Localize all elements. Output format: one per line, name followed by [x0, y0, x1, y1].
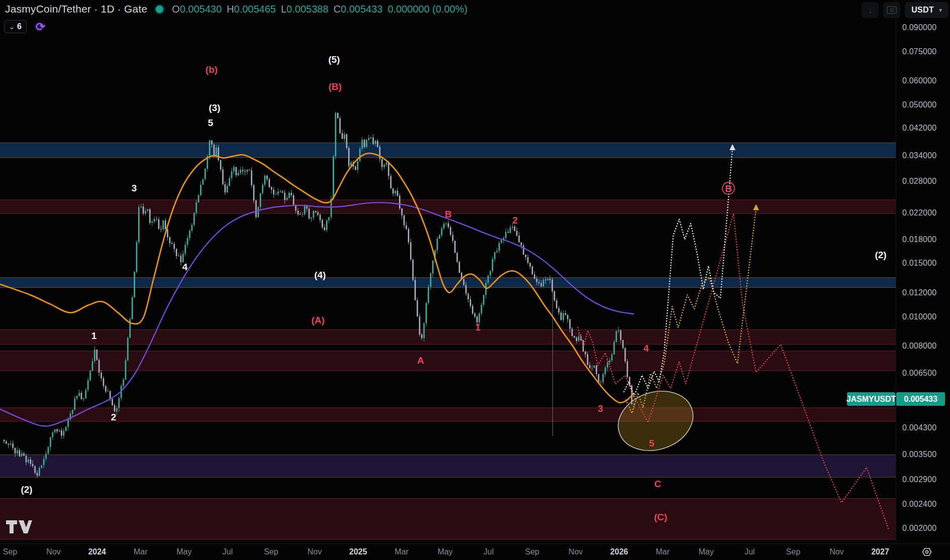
close-value: 0.005433 [341, 4, 382, 15]
time-tick-label: Mar [656, 547, 670, 556]
wave-label[interactable]: 5 [649, 438, 655, 449]
wave-label[interactable]: B [725, 183, 732, 194]
chart-window: 12345(3)(5)(4)(2)(2)(b)(B)(A)AB12345C(C)… [0, 0, 950, 560]
top-right-toolbar: ↓ USDT ▾ [862, 2, 948, 18]
price-tick-label: 0.002400 [902, 500, 936, 509]
price-tick-label: 0.034000 [902, 151, 936, 160]
wave-label[interactable]: (5) [328, 54, 340, 65]
sync-icon[interactable]: ⟳ [36, 21, 45, 33]
zone-demand-3[interactable] [0, 408, 896, 421]
last-price-tag: 0.005433 [896, 392, 945, 406]
time-tick-label: Jul [223, 547, 233, 556]
time-tick-label: Nov [46, 547, 60, 556]
wave-label[interactable]: (2) [875, 250, 886, 260]
last-price-row: JASMYUSDT 0.005433 [0, 392, 950, 406]
download-icon: ↓ [868, 5, 873, 16]
zone-demand-2[interactable] [0, 351, 896, 371]
time-tick-label: 2027 [871, 547, 889, 556]
wave-label[interactable]: 2 [111, 412, 117, 422]
drawing-toolbar: ⌄ 6 ⟳ [4, 20, 45, 33]
price-tick-label: 0.042000 [902, 124, 936, 133]
time-tick-label: Sep [3, 547, 17, 556]
price-tick-label: 0.022000 [902, 208, 936, 217]
price-tick-label: 0.006500 [902, 369, 936, 378]
wave-label[interactable]: (b) [205, 64, 218, 75]
time-tick-label: Jul [483, 547, 493, 556]
wave-label[interactable]: (B) [329, 81, 342, 92]
high-label: H [227, 4, 234, 15]
object-count: 6 [17, 22, 22, 31]
ohlc-readout: O0.005430 H0.005465 L0.005388 C0.005433 … [172, 4, 467, 15]
price-tick-label: 0.050000 [902, 100, 936, 109]
zone-accumulation[interactable] [0, 455, 896, 477]
low-value: 0.005388 [286, 4, 328, 15]
time-tick-label: May [176, 547, 191, 556]
chevron-down-icon: ▾ [939, 7, 942, 14]
time-tick-label: 2026 [610, 547, 628, 556]
price-tick-label: 0.028000 [902, 177, 936, 186]
wave-label[interactable]: 1 [91, 330, 97, 341]
time-tick-label: Nov [569, 547, 583, 556]
time-tick-label: May [438, 547, 453, 556]
zone-demand-4[interactable] [0, 499, 896, 539]
close-label: C [334, 4, 341, 15]
price-axis[interactable]: 0.0900000.0750000.0600000.0500000.042000… [896, 0, 950, 543]
wave-label[interactable]: A [417, 355, 424, 366]
wave-label[interactable]: 3 [132, 183, 137, 193]
time-tick-label: Nov [829, 547, 843, 556]
wave-label[interactable]: C [654, 479, 661, 489]
price-tick-label: 0.008000 [902, 342, 936, 351]
currency-dropdown[interactable]: USDT ▾ [905, 2, 948, 18]
zone-demand-1[interactable] [0, 329, 896, 344]
price-tick-label: 0.012000 [902, 288, 936, 297]
download-button[interactable]: ↓ [862, 2, 879, 18]
time-tick-label: Mar [395, 547, 409, 556]
symbol-title[interactable]: JasmyCoin/Tether · 1D · Gate [5, 3, 147, 15]
wave-label[interactable]: B [445, 209, 452, 219]
time-tick-label: Sep [786, 547, 800, 556]
wave-label[interactable]: 1 [475, 322, 481, 332]
price-tick-label: 0.060000 [902, 76, 936, 85]
time-tick-label: 2025 [349, 547, 367, 556]
time-tick-label: Jul [745, 547, 755, 556]
price-tick-label: 0.018000 [902, 235, 936, 244]
time-tick-label: Sep [525, 547, 539, 556]
camera-icon [887, 6, 897, 14]
price-tick-label: 0.004300 [902, 423, 936, 432]
time-tick-label: Sep [264, 547, 278, 556]
price-tick-label: 0.010000 [902, 312, 936, 321]
zone-supply-upper[interactable] [0, 143, 896, 158]
wave-label[interactable]: (A) [311, 315, 325, 325]
symbol-tag[interactable]: JASMYUSDT [847, 392, 895, 406]
open-value: 0.005430 [180, 4, 222, 15]
market-status-icon [154, 4, 165, 15]
tradingview-logo[interactable] [5, 519, 33, 534]
chart-header: JasmyCoin/Tether · 1D · Gate O0.005430 H… [5, 3, 468, 15]
wave-label[interactable]: 5 [208, 118, 214, 128]
price-tick-label: 0.002900 [902, 475, 936, 484]
time-tick-label: Mar [134, 547, 148, 556]
open-label: O [172, 4, 180, 15]
price-tick-label: 0.075000 [902, 47, 936, 56]
wave-label[interactable]: (4) [314, 270, 326, 280]
price-tick-label: 0.002000 [902, 524, 936, 533]
scale-settings-button[interactable] [918, 545, 936, 558]
time-tick-label: 2024 [88, 547, 106, 556]
wave-label[interactable]: 2 [512, 215, 518, 226]
wave-label[interactable]: 4 [182, 262, 188, 272]
price-tick-label: 0.015000 [902, 259, 936, 268]
time-axis[interactable]: SepNov2024MarMayJulSepNov2025MarMayJulSe… [0, 543, 950, 560]
time-tick-label: May [698, 547, 713, 556]
low-label: L [281, 4, 286, 15]
wave-label[interactable]: (C) [654, 512, 667, 522]
object-tree-button[interactable]: ⌄ 6 [4, 20, 27, 33]
currency-label: USDT [911, 6, 934, 15]
wave-label[interactable]: (2) [21, 484, 32, 495]
wave-label[interactable]: (3) [208, 102, 220, 113]
change-value: 0.000000 (0.00%) [388, 4, 468, 15]
wave-label[interactable]: 4 [644, 343, 649, 354]
high-value: 0.005465 [234, 4, 276, 15]
price-chart[interactable]: 12345(3)(5)(4)(2)(2)(b)(B)(A)AB12345C(C)… [0, 0, 896, 543]
gear-icon [921, 546, 933, 558]
snapshot-button[interactable] [883, 2, 900, 18]
